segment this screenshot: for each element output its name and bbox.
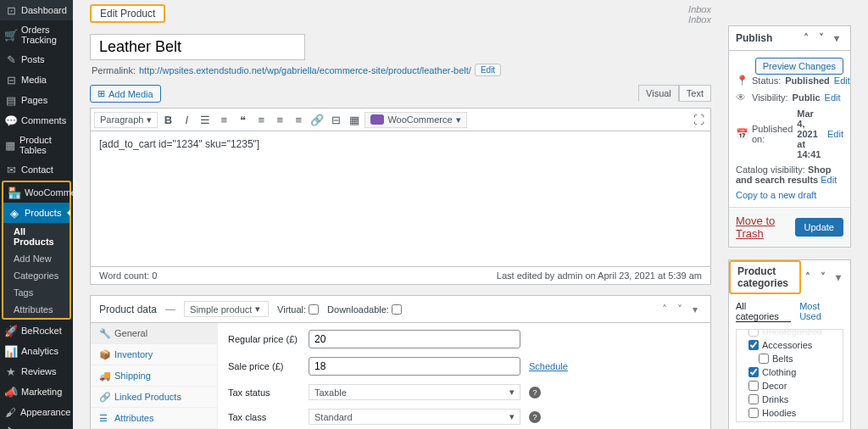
pdata-tab-shipping[interactable]: 🚚Shipping [91, 365, 217, 387]
permalink-label: Permalink: [92, 65, 136, 75]
menu-icon: ⊟ [5, 74, 17, 86]
date-edit-link[interactable]: Edit [827, 129, 843, 139]
sidebar-item-orders-tracking[interactable]: 🛒Orders Tracking [0, 20, 73, 49]
category-checkbox[interactable] [748, 421, 759, 422]
sidebar-item-analytics[interactable]: 📊Analytics [0, 341, 73, 361]
sidebar-item-contact[interactable]: ✉Contact [0, 159, 73, 180]
category-item[interactable]: Drinks [740, 393, 839, 406]
regular-price-input[interactable] [309, 330, 520, 348]
pdata-tab-general[interactable]: 🔧General [91, 323, 217, 344]
help-icon[interactable]: ? [529, 411, 541, 423]
sidebar-subitem-tags[interactable]: Tags [3, 284, 70, 301]
category-checkbox[interactable] [759, 354, 769, 364]
italic-icon[interactable]: I [178, 111, 195, 128]
category-item[interactable]: Music [740, 420, 839, 422]
align-center-icon[interactable]: ≡ [271, 111, 288, 128]
panel-up-icon[interactable]: ˄ [801, 270, 815, 284]
permalink-edit-button[interactable]: Edit [475, 64, 501, 76]
sidebar-item-marketing[interactable]: 📣Marketing [0, 382, 73, 402]
category-checkbox[interactable] [748, 329, 759, 337]
fullscreen-icon[interactable]: ⛶ [690, 111, 707, 128]
sidebar-item-appearance[interactable]: 🖌Appearance [0, 402, 73, 422]
category-item[interactable]: Decor [740, 379, 839, 393]
sidebar-item-products[interactable]: ◈Products [3, 203, 70, 223]
update-button[interactable]: Update [795, 218, 843, 237]
most-used-tab[interactable]: Most Used [799, 301, 843, 322]
ul-icon[interactable]: ☰ [197, 111, 214, 128]
category-item[interactable]: Clothing [740, 365, 839, 379]
pdata-tab-attributes[interactable]: ☰Attributes [91, 408, 217, 429]
catalog-edit-link[interactable]: Edit [821, 175, 837, 185]
tax-status-select[interactable]: Taxable▾ [309, 384, 520, 400]
bold-icon[interactable]: B [159, 111, 176, 128]
sidebar-item-plugins[interactable]: 🔌Plugins [0, 422, 73, 429]
sale-price-input[interactable] [309, 357, 520, 376]
tab-icon: 🔗 [99, 392, 109, 402]
pdata-tab-inventory[interactable]: 📦Inventory [91, 344, 217, 365]
permalink-link[interactable]: http://wpsites.extendstudio.net/wp/gabri… [139, 65, 471, 75]
category-item[interactable]: Hoodies [740, 406, 839, 420]
format-select[interactable]: Paragraph ▾ [94, 112, 158, 128]
visual-tab[interactable]: Visual [638, 85, 679, 102]
visibility-edit-link[interactable]: Edit [825, 92, 841, 103]
category-checkbox[interactable] [748, 394, 759, 404]
panel-down-icon[interactable]: ˅ [816, 270, 830, 284]
text-tab[interactable]: Text [679, 85, 711, 102]
all-categories-tab[interactable]: All categories [736, 301, 791, 322]
sidebar-subitem-categories[interactable]: Categories [3, 267, 70, 284]
add-media-button[interactable]: ⊞ Add Media [90, 85, 161, 103]
panel-down-icon[interactable]: ˅ [815, 31, 828, 45]
sidebar-item-product-tables[interactable]: ▦Product Tables [0, 131, 73, 159]
regular-price-label: Regular price (£) [228, 334, 300, 344]
sidebar-subitem-all-products[interactable]: All Products [3, 223, 70, 250]
sidebar-item-dashboard[interactable]: ⊡Dashboard [0, 0, 73, 20]
schedule-link[interactable]: Schedule [529, 361, 568, 371]
product-type-select[interactable]: Simple product ▾ [184, 301, 269, 317]
panel-down-icon[interactable]: ˅ [673, 303, 687, 316]
panel-up-icon[interactable]: ˄ [658, 303, 671, 316]
category-item[interactable]: Accessories [740, 338, 839, 352]
editor-content[interactable]: [add_to_cart id="1234" sku="1235"] [90, 131, 711, 267]
ol-icon[interactable]: ≡ [215, 111, 232, 128]
category-checkbox[interactable] [748, 408, 759, 418]
category-checkbox[interactable] [748, 381, 759, 391]
help-icon[interactable]: ? [529, 387, 541, 398]
virtual-checkbox[interactable] [309, 304, 319, 315]
toggle-icon[interactable]: ▦ [346, 111, 363, 128]
downloadable-checkbox[interactable] [392, 304, 402, 315]
category-checkbox[interactable] [748, 367, 759, 377]
sidebar-subitem-add-new[interactable]: Add New [3, 250, 70, 267]
link-icon[interactable]: 🔗 [309, 111, 326, 128]
quote-icon[interactable]: ❝ [234, 111, 251, 128]
align-right-icon[interactable]: ≡ [290, 111, 307, 128]
panel-toggle-icon[interactable]: ▾ [688, 303, 702, 316]
sidebar-subitem-attributes[interactable]: Attributes [3, 301, 70, 318]
categories-list[interactable]: UncategorizedAccessoriesBeltsClothingDec… [736, 329, 843, 422]
sidebar-item-reviews[interactable]: ★Reviews [0, 361, 73, 382]
category-item[interactable]: Uncategorized [740, 329, 839, 338]
move-to-trash-link[interactable]: Move to Trash [736, 214, 795, 240]
preview-changes-button[interactable]: Preview Changes [755, 58, 843, 75]
panel-toggle-icon[interactable]: ▾ [832, 270, 845, 284]
sidebar-item-pages[interactable]: ▤Pages [0, 90, 73, 110]
status-edit-link[interactable]: Edit [834, 75, 850, 86]
category-checkbox[interactable] [748, 340, 759, 350]
align-left-icon[interactable]: ≡ [253, 111, 270, 128]
panel-toggle-icon[interactable]: ▾ [830, 31, 843, 45]
inbox-indicator[interactable]: Inbox Inbox [688, 4, 711, 25]
copy-draft-link[interactable]: Copy to a new draft [736, 190, 816, 200]
publish-metabox: Publish ˄˅▾ Preview Changes 📍Status: Pub… [728, 25, 851, 248]
category-item[interactable]: Belts [740, 352, 839, 365]
tax-class-select[interactable]: Standard▾ [309, 409, 520, 425]
sidebar-item-woocommerce[interactable]: 🏪WooCommerce [3, 182, 70, 203]
product-title-input[interactable] [90, 34, 305, 60]
woocommerce-shortcode-button[interactable]: WooCommerce ▾ [364, 112, 466, 128]
sidebar-item-media[interactable]: ⊟Media [0, 70, 73, 90]
sidebar-item-posts[interactable]: ✎Posts [0, 49, 73, 70]
panel-up-icon[interactable]: ˄ [799, 31, 813, 45]
product-categories-metabox: Product categories ˄˅▾ All categories Mo… [728, 259, 851, 429]
pdata-tab-linked-products[interactable]: 🔗Linked Products [91, 387, 217, 408]
sidebar-item-comments[interactable]: 💬Comments [0, 110, 73, 131]
more-icon[interactable]: ⊟ [327, 111, 344, 128]
sidebar-item-berocket[interactable]: 🚀BeRocket [0, 320, 73, 341]
